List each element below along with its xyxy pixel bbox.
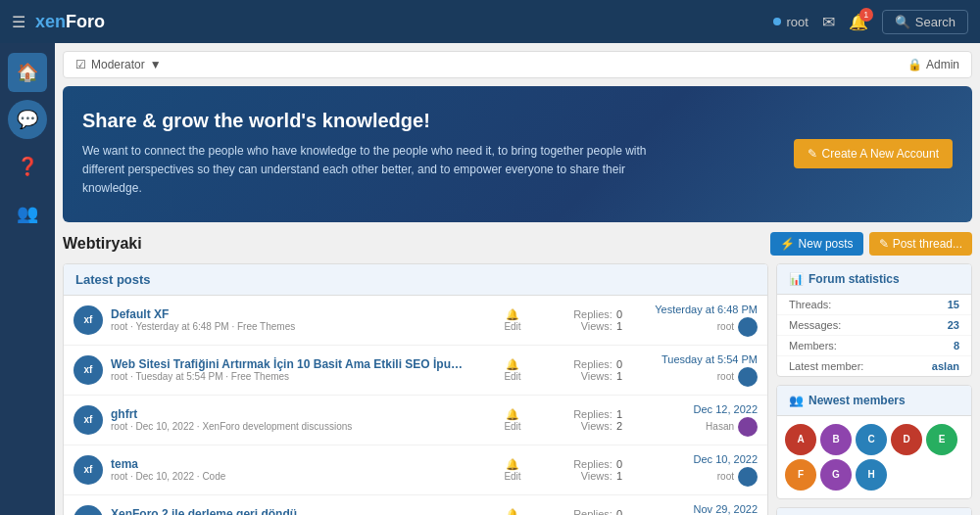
- top-nav: ☰ xenForo root ✉ 🔔 1 🔍 Search: [0, 0, 980, 43]
- forum-stats-label: Forum statistics: [808, 272, 900, 286]
- post-date-avatar: [738, 467, 758, 487]
- post-avatar: xf: [74, 355, 103, 385]
- member-avatar[interactable]: B: [820, 424, 852, 455]
- stats-val[interactable]: 15: [948, 299, 959, 310]
- logo[interactable]: xenForo: [35, 12, 105, 32]
- edit-link[interactable]: Edit: [504, 421, 520, 432]
- stats-rows: Threads: 15 Messages: 23 Members: 8 Late…: [777, 295, 971, 376]
- replies-val: 0: [616, 358, 622, 370]
- sidebar-item-members[interactable]: 👥: [8, 194, 47, 233]
- newest-members-box: 👥 Newest members ABCDEFGH: [776, 385, 972, 499]
- logo-foro: Foro: [66, 12, 105, 31]
- post-stats: Replies: 1 Views: 2: [534, 408, 622, 432]
- edit-link[interactable]: Edit: [504, 321, 520, 332]
- replies-label: Replies:: [573, 408, 612, 420]
- edit-link[interactable]: Edit: [504, 471, 520, 482]
- latest-activity-box: 💬 Latest activity xf root oday at 6:48: [776, 507, 972, 515]
- checkbox-icon: ☑: [75, 58, 86, 71]
- stats-val[interactable]: 23: [948, 319, 959, 331]
- post-meta: root · Tuesday at 5:54 PM · Free Themes: [111, 371, 491, 382]
- post-bell-edit: 🔔 Edit: [499, 358, 526, 382]
- hamburger-icon[interactable]: ☰: [12, 13, 25, 31]
- post-date[interactable]: Yesterday at 6:48 PM: [630, 304, 758, 315]
- views-label: Views:: [581, 420, 612, 432]
- left-sidebar: 🏠 💬 ❓ 👥: [0, 43, 55, 515]
- lightning-icon: ⚡: [780, 237, 795, 251]
- post-title[interactable]: XenForo 2 ile derleme geri döndü: [111, 507, 464, 515]
- stats-val[interactable]: aslan: [932, 360, 959, 372]
- member-avatar[interactable]: E: [926, 424, 957, 455]
- post-meta: root · Yesterday at 6:48 PM · Free Theme…: [111, 321, 491, 332]
- edit-link[interactable]: Edit: [504, 371, 520, 382]
- latest-posts-box: Latest posts xf Default XF root · Yester…: [63, 263, 768, 515]
- new-posts-label: New posts: [799, 237, 854, 251]
- notification-badge: 1: [859, 8, 873, 22]
- admin-label: 🔒 Admin: [907, 58, 959, 71]
- notifications-icon[interactable]: 🔔 1: [849, 13, 868, 31]
- member-avatar[interactable]: G: [820, 459, 852, 491]
- post-avatar: xf: [74, 305, 103, 335]
- post-info: XenForo 2 ile derleme geri döndü root · …: [111, 507, 491, 515]
- sidebar-item-home[interactable]: 🏠: [8, 53, 47, 92]
- newest-members-header: 👥 Newest members: [777, 386, 971, 416]
- post-row: xf Default XF root · Yesterday at 6:48 P…: [64, 296, 767, 346]
- post-date-col: Dec 10, 2022 root: [630, 453, 758, 487]
- member-avatar[interactable]: D: [891, 424, 922, 455]
- post-date[interactable]: Tuesday at 5:54 PM: [630, 353, 758, 365]
- bell-icon[interactable]: 🔔: [506, 408, 519, 421]
- bell-icon[interactable]: 🔔: [506, 458, 519, 471]
- create-label: Create A New Account: [822, 147, 939, 161]
- sidebar-item-help[interactable]: ❓: [8, 147, 47, 186]
- main-wrapper: 🏠 💬 ❓ 👥 ☑ Moderator ▼ 🔒 Admin Share & gr…: [0, 43, 980, 515]
- members-icon: 👥: [789, 394, 804, 407]
- post-title[interactable]: Web Sitesi Trafiğini Artırmak İçin 10 Ba…: [111, 357, 464, 371]
- post-date-col: Dec 12, 2022 Hasan: [630, 403, 758, 437]
- post-date-user: root: [717, 471, 734, 482]
- post-date-user: Hasan: [706, 421, 734, 432]
- bell-icon[interactable]: 🔔: [506, 508, 519, 515]
- views-label: Views:: [581, 370, 612, 382]
- member-avatar[interactable]: H: [856, 459, 887, 491]
- post-avatar: xf: [74, 455, 103, 485]
- post-title[interactable]: ghfrt: [111, 407, 464, 421]
- post-date[interactable]: Dec 10, 2022: [630, 453, 758, 465]
- main-column: Latest posts xf Default XF root · Yester…: [63, 263, 768, 515]
- post-date-col: Yesterday at 6:48 PM root: [630, 304, 758, 337]
- create-account-button[interactable]: ✎ Create A New Account: [794, 139, 953, 168]
- bell-icon[interactable]: 🔔: [506, 358, 519, 371]
- post-date[interactable]: Nov 29, 2022: [630, 503, 758, 515]
- post-row: xf Web Sitesi Trafiğini Artırmak İçin 10…: [64, 346, 767, 396]
- post-thread-button[interactable]: ✎ Post thread...: [869, 232, 972, 256]
- member-avatar[interactable]: C: [856, 424, 887, 455]
- hero-description: We want to connect the people who have k…: [82, 142, 651, 199]
- dropdown-icon: ▼: [150, 58, 162, 71]
- replies-label: Replies:: [573, 358, 612, 370]
- user-status-dot: [773, 18, 781, 25]
- new-posts-button[interactable]: ⚡ New posts: [770, 232, 863, 256]
- mail-icon[interactable]: ✉: [822, 13, 835, 31]
- bell-icon[interactable]: 🔔: [506, 308, 519, 321]
- post-date[interactable]: Dec 12, 2022: [630, 403, 758, 415]
- member-avatar[interactable]: A: [785, 424, 816, 455]
- sidebar-item-forum[interactable]: 💬: [8, 100, 47, 139]
- search-button[interactable]: 🔍 Search: [882, 10, 968, 34]
- stats-key: Threads:: [789, 299, 831, 310]
- stats-row: Latest member: aslan: [777, 356, 971, 376]
- nav-right: root ✉ 🔔 1 🔍 Search: [773, 10, 968, 34]
- latest-posts-header: Latest posts: [64, 264, 767, 296]
- post-row: xf XenForo 2 ile derleme geri döndü root…: [64, 495, 767, 515]
- post-bell-edit: 🔔 Edit: [499, 508, 526, 515]
- stats-key: Messages:: [789, 319, 841, 331]
- post-date-col: Nov 29, 2022 root: [630, 503, 758, 515]
- section-title: Webtiryaki: [63, 235, 142, 253]
- member-avatar[interactable]: F: [785, 459, 816, 491]
- nav-user[interactable]: root: [773, 15, 808, 29]
- post-thread-label: Post thread...: [893, 237, 962, 251]
- stats-val[interactable]: 8: [954, 340, 959, 351]
- hero-banner: Share & grow the world's knowledge! We w…: [63, 86, 972, 222]
- post-date-avatar: [738, 367, 758, 387]
- post-title[interactable]: Default XF: [111, 307, 464, 321]
- moderator-label[interactable]: ☑ Moderator ▼: [75, 58, 162, 71]
- post-meta: root · Dec 10, 2022 · Code: [111, 471, 491, 482]
- post-title[interactable]: tema: [111, 457, 464, 471]
